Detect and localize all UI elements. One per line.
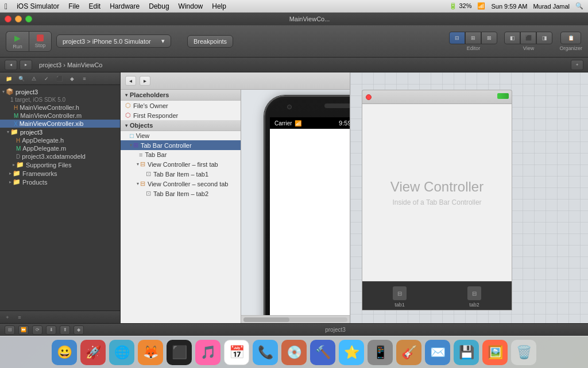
main-content: 📁 🔍 ⚠ ✓ ⬛ ◆ ≡ ▾ 📦 project3 — [0, 72, 588, 323]
ib-nav-back[interactable]: ◂ — [125, 76, 136, 86]
version-editor-button[interactable]: ⊠ — [481, 32, 497, 44]
tab-item-1-icon: ⊡ — [146, 170, 151, 178]
dock-mail[interactable]: ✉️ — [425, 340, 450, 365]
tree-item-project3-group[interactable]: ▾ 📁 project3 — [0, 128, 120, 136]
menu-bar-right: 🔋 32% 📶 Sun 9:59 AM Murad Jamal 🔍 — [449, 2, 583, 10]
bottom-btn-3[interactable]: ⟳ — [32, 325, 42, 335]
iphone-speaker — [324, 103, 350, 108]
dock-xcode[interactable]: 🔨 — [310, 340, 335, 365]
ib-tabbar[interactable]: ≡ Tab Bar — [121, 150, 241, 159]
nav-warning-icon[interactable]: ⚠ — [29, 74, 39, 83]
breadcrumb-file[interactable]: MainViewCo — [67, 62, 103, 68]
breadcrumb-project[interactable]: project3 — [39, 62, 61, 68]
dock-terminal[interactable]: ⬛ — [167, 340, 192, 365]
breakpoints-button[interactable]: Breakpoints — [187, 35, 233, 48]
dock-safari[interactable]: 🌐 — [109, 340, 134, 365]
dock-firefox[interactable]: 🦊 — [138, 340, 163, 365]
bottom-btn-5[interactable]: ⬆ — [60, 325, 70, 335]
stop-label: Stop — [35, 43, 46, 48]
bottom-btn-2[interactable]: ⏩ — [18, 325, 29, 335]
ib-files-owner[interactable]: ⬡ File's Owner — [121, 101, 241, 110]
tree-project-root[interactable]: ▾ 📦 project3 — [0, 87, 120, 96]
bottom-btn-1[interactable]: ⊟ — [5, 325, 15, 335]
forward-button[interactable]: ▸ — [20, 60, 32, 70]
nav-debug-icon[interactable]: ⬛ — [54, 74, 64, 83]
tree-item-mainvc-xib[interactable]: X MainViewController.xib — [0, 120, 120, 128]
dock-disk-utility[interactable]: 💾 — [454, 340, 479, 365]
ib-vc-first[interactable]: ▾ ⊟ View Controller – first tab — [121, 159, 241, 169]
tree-item-appdelegate-h[interactable]: H AppDelegate.h — [0, 136, 120, 144]
dock-skype[interactable]: 📞 — [253, 340, 278, 365]
tree-item-products[interactable]: ▸ 📁 Products — [0, 178, 120, 186]
tree-item-mainvc-m[interactable]: M MainViewController.m — [0, 112, 120, 120]
menu-item-file[interactable]: File — [68, 2, 79, 10]
tree-item-supporting[interactable]: ▸ 📁 Supporting Files — [0, 160, 120, 169]
dock-photos[interactable]: 🖼️ — [482, 340, 508, 365]
dock-itunes[interactable]: 🎵 — [195, 340, 220, 365]
standard-editor-button[interactable]: ⊟ — [449, 32, 465, 44]
dock-dvd-player[interactable]: 💿 — [281, 340, 307, 365]
dock-appstore[interactable]: ⭐ — [339, 340, 364, 365]
nav-test-icon[interactable]: ✓ — [41, 74, 52, 83]
vc-tab-1[interactable]: ⊟ tab1 — [393, 286, 407, 308]
stop-button[interactable]: Stop — [29, 31, 52, 52]
add-file-button[interactable]: + — [2, 313, 13, 322]
iphone-body: Carrier 📶 9:59 AM — [264, 95, 350, 323]
bottom-btn-4[interactable]: ⬇ — [46, 325, 56, 335]
tree-item-appdelegate-m[interactable]: M AppDelegate.m — [0, 144, 120, 152]
apple-menu[interactable]:  — [5, 2, 7, 11]
add-tab-button[interactable]: + — [571, 60, 583, 70]
navigator-toggle[interactable]: ◧ — [504, 32, 520, 44]
tree-item-mainvc-h[interactable]: H MainViewController.h — [0, 103, 120, 112]
menu-item-debug[interactable]: Debug — [149, 2, 169, 10]
dock-launchpad[interactable]: 🚀 — [80, 340, 106, 365]
dock-calendar[interactable]: 📅 — [224, 340, 249, 365]
dock-trash[interactable]: 🗑️ — [511, 340, 536, 365]
dock-instruments[interactable]: 🎸 — [396, 340, 421, 365]
menu-item-hardware[interactable]: Hardware — [110, 2, 140, 10]
ib-toolbar: ◂ ▸ — [121, 72, 350, 90]
nav-folder-icon[interactable]: 📁 — [3, 74, 14, 83]
scroll-thumb[interactable] — [243, 317, 289, 322]
organizer-button[interactable]: 📋 — [560, 32, 581, 44]
project-name: project3 — [16, 89, 38, 95]
dock-finder[interactable]: 😀 — [52, 340, 77, 365]
back-button[interactable]: ◂ — [5, 60, 17, 70]
ib-first-responder[interactable]: ⬡ First Responder — [121, 110, 241, 120]
nav-log-icon[interactable]: ≡ — [79, 74, 90, 83]
desktop: MainViewCo... ▶ Run Stop project3 > iPho… — [0, 13, 588, 368]
menu-item-help[interactable]: Help — [212, 2, 226, 10]
tree-item-frameworks[interactable]: ▸ 📁 Frameworks — [0, 169, 120, 178]
clock: Sun 9:59 AM — [491, 3, 527, 10]
vc-tab-2[interactable]: ⊟ tab2 — [467, 286, 481, 308]
ib-nav-forward[interactable]: ▸ — [140, 76, 150, 86]
minimize-button[interactable] — [15, 16, 22, 22]
nav-search-icon[interactable]: 🔍 — [16, 74, 26, 83]
ib-tab-item-2[interactable]: ⊡ Tab Bar Item – tab2 — [121, 189, 241, 198]
vc-second-icon: ⊟ — [140, 180, 145, 187]
nav-breakpoint-icon[interactable]: ◆ — [67, 74, 77, 83]
search-icon[interactable]: 🔍 — [575, 2, 583, 10]
scheme-selector[interactable]: project3 > iPhone 5.0 Simulator ▾ — [56, 34, 171, 48]
ib-panel: ◂ ▸ ▾ Placeholders ⬡ — [121, 72, 350, 323]
debug-toggle[interactable]: ⬛ — [520, 32, 536, 44]
menu-item-edit[interactable]: Edit — [89, 2, 101, 10]
dock: 😀 🚀 🌐 🦊 ⬛ 🎵 📅 📞 💿 🔨 ⭐ 📱 🎸 ✉️ 💾 🖼️ 🗑️ — [0, 336, 588, 368]
assistant-editor-button[interactable]: ⊞ — [465, 32, 481, 44]
vc-close-btn[interactable] — [366, 94, 372, 100]
menu-item-simulator[interactable]: iOS Simulator — [17, 2, 59, 10]
utilities-toggle[interactable]: ◨ — [536, 32, 552, 44]
zoom-button[interactable] — [25, 16, 32, 22]
close-button[interactable] — [5, 16, 11, 22]
ib-tab-item-1[interactable]: ⊡ Tab Bar Item – tab1 — [121, 169, 241, 179]
ib-view[interactable]: □ View — [121, 131, 241, 140]
tree-item-datamodel[interactable]: D project3.xcdatamodeld — [0, 152, 120, 160]
run-button[interactable]: ▶ Run — [6, 31, 29, 52]
menu-item-window[interactable]: Window — [179, 2, 203, 10]
bottom-btn-6[interactable]: ◆ — [74, 325, 84, 335]
ib-vc-second[interactable]: ▾ ⊟ View Controller – second tab — [121, 179, 241, 189]
vc-arrow: ▾ — [137, 162, 139, 167]
dock-simulator[interactable]: 📱 — [368, 340, 393, 365]
filter-button[interactable]: ≡ — [14, 313, 25, 322]
ib-tabbar-controller[interactable]: ▾ ⊞ Tab Bar Controller — [121, 140, 241, 150]
